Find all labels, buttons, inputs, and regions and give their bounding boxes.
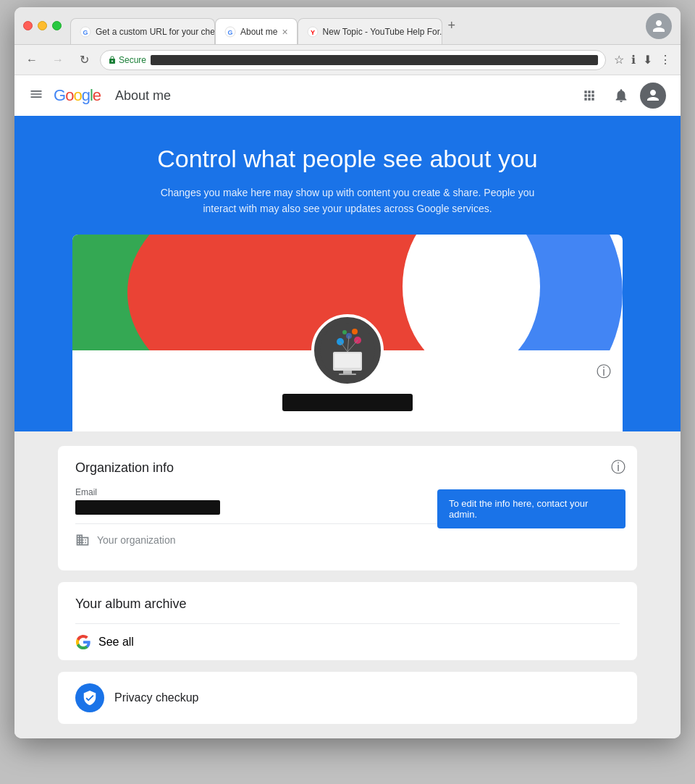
privacy-checkup-label: Privacy checkup: [114, 691, 199, 704]
org-info-card: Organization info ⓘ To edit the info her…: [58, 446, 637, 570]
svg-rect-11: [339, 374, 356, 375]
profile-info-icon[interactable]: ⓘ: [597, 362, 611, 382]
close-button[interactable]: [23, 21, 33, 30]
profile-avatar-wrapper: [311, 314, 384, 387]
tab-1-label: Get a custom URL for your che: [96, 27, 215, 37]
minimize-button[interactable]: [38, 21, 47, 30]
album-card-header: Your album archive: [58, 582, 637, 623]
banner-white: [403, 235, 540, 350]
nav-bar: ← → ↻ Secure ☆ ℹ ⬇ ⋮: [14, 45, 681, 75]
svg-text:G: G: [227, 29, 232, 36]
apps-button[interactable]: [576, 83, 602, 109]
profile-avatar[interactable]: [311, 314, 384, 387]
title-bar: G Get a custom URL for your che × G Abou…: [14, 7, 681, 45]
back-button[interactable]: ←: [22, 50, 42, 70]
profile-info-row: ⓘ: [72, 350, 623, 431]
notification-icon: [613, 88, 629, 104]
google-favicon-2-icon: G: [224, 26, 236, 38]
info-nav-button[interactable]: ℹ: [629, 51, 638, 69]
email-value-redacted: [75, 500, 220, 515]
header-right: [576, 83, 666, 109]
youtube-favicon-icon: Y: [307, 26, 319, 38]
album-archive-card: Your album archive See all: [58, 582, 637, 660]
org-placeholder-text: Your organization: [97, 534, 175, 546]
profile-card-wrapper: ⓘ: [29, 235, 666, 431]
google-header: Google About me: [14, 75, 681, 116]
hamburger-icon: [29, 87, 43, 101]
traffic-lights: [23, 21, 62, 30]
forward-button[interactable]: →: [48, 50, 68, 70]
content-area: Organization info ⓘ To edit the info her…: [14, 431, 681, 738]
google-logo: Google: [54, 86, 101, 105]
user-icon: [652, 19, 666, 33]
tab-3[interactable]: Y New Topic - YouTube Help For... ×: [298, 18, 442, 44]
svg-rect-10: [343, 371, 352, 374]
new-tab-button[interactable]: +: [442, 18, 462, 33]
browser-window: G Get a custom URL for your che × G Abou…: [14, 7, 681, 738]
admin-tooltip-text: To edit the info here, contact your admi…: [449, 498, 588, 520]
shield-check-icon: [82, 690, 98, 706]
svg-point-16: [352, 329, 358, 334]
profile-icon[interactable]: [646, 13, 672, 39]
privacy-icon: [75, 683, 104, 712]
maximize-button[interactable]: [52, 21, 62, 30]
tab-1[interactable]: G Get a custom URL for your che ×: [70, 18, 215, 44]
tab-2-close[interactable]: ×: [282, 26, 287, 38]
bookmark-button[interactable]: ☆: [612, 51, 626, 69]
header-page-title: About me: [115, 88, 171, 104]
url-bar[interactable]: Secure: [100, 50, 606, 70]
apps-icon: [582, 88, 597, 103]
see-all-label: See all: [98, 636, 134, 649]
org-section-title: Organization info: [75, 460, 620, 476]
profile-illustration: [319, 321, 376, 379]
privacy-checkup-row[interactable]: Privacy checkup: [58, 672, 637, 724]
hamburger-menu[interactable]: [29, 87, 43, 105]
secure-badge: Secure: [108, 55, 146, 65]
more-button[interactable]: ⋮: [657, 51, 673, 69]
tab-2[interactable]: G About me ×: [215, 18, 298, 44]
google-g-icon: [75, 634, 91, 650]
profile-name-redacted: [282, 394, 413, 411]
nav-icons: ☆ ℹ ⬇ ⋮: [612, 51, 673, 69]
admin-tooltip: To edit the info here, contact your admi…: [437, 489, 626, 528]
svg-text:G: G: [83, 29, 88, 36]
download-button[interactable]: ⬇: [641, 51, 654, 69]
tabs-bar: G Get a custom URL for your che × G Abou…: [70, 7, 646, 44]
url-text: [151, 55, 598, 65]
album-title: Your album archive: [75, 597, 620, 612]
hero-title: Control what people see about you: [29, 145, 666, 173]
organization-icon: [75, 533, 90, 547]
hero-section: Control what people see about you Change…: [14, 116, 681, 431]
album-see-all-button[interactable]: See all: [58, 624, 637, 660]
notification-button[interactable]: [608, 83, 634, 109]
lock-icon: [108, 56, 117, 64]
google-favicon-icon: G: [80, 26, 91, 38]
avatar[interactable]: [640, 83, 666, 109]
org-info-icon[interactable]: ⓘ: [611, 458, 626, 477]
svg-rect-9: [334, 353, 361, 368]
secure-label: Secure: [119, 55, 146, 65]
page-content: Google About me: [14, 75, 681, 738]
svg-point-15: [342, 330, 347, 334]
refresh-button[interactable]: ↻: [74, 50, 94, 70]
svg-text:Y: Y: [311, 29, 315, 36]
hero-subtitle: Changes you make here may show up with c…: [145, 185, 550, 217]
header-left: Google About me: [29, 86, 171, 105]
tab-3-label: New Topic - YouTube Help For...: [323, 27, 442, 37]
profile-card: ⓘ: [72, 235, 623, 431]
avatar-icon: [644, 87, 662, 104]
tab-2-label: About me: [240, 27, 277, 37]
